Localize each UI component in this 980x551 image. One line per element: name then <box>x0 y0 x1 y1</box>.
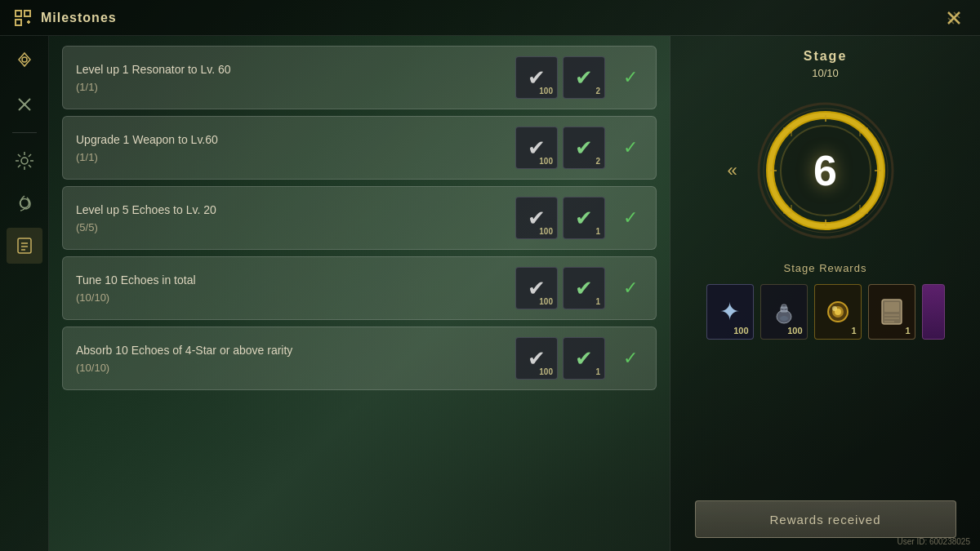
svg-line-16 <box>29 165 31 167</box>
stage-number: 6 <box>813 146 837 195</box>
svg-rect-42 <box>884 302 899 312</box>
user-id: User ID: 600238025 <box>897 537 970 546</box>
reward-item-3-1: ✔ 100 <box>515 197 558 239</box>
svg-rect-2 <box>16 20 21 25</box>
reward-item-2-2: ✔ 2 <box>563 127 605 169</box>
star-reward-count: 100 <box>733 326 748 335</box>
close-button[interactable] <box>941 5 967 31</box>
milestone-card-2: Upgrade 1 Weapon to Lv.60 (1/1) ✔ 100 ✔ … <box>62 116 657 180</box>
milestone-title-5: Absorb 10 Echoes of 4-Star or above rari… <box>76 343 502 359</box>
milestone-check-2: ✓ <box>618 137 643 158</box>
svg-rect-0 <box>16 11 21 16</box>
milestone-text-2: Upgrade 1 Weapon to Lv.60 (1/1) <box>76 132 502 164</box>
svg-point-10 <box>21 158 28 164</box>
reward-count-5-1: 100 <box>539 367 553 376</box>
svg-point-7 <box>22 57 27 62</box>
svg-line-15 <box>18 154 20 157</box>
reward-count-1-1: 100 <box>539 87 553 96</box>
milestone-text-4: Tune 10 Echoes in total (10/10) <box>76 273 502 304</box>
potion-reward-count: 100 <box>787 326 802 335</box>
milestone-text-3: Level up 5 Echoes to Lv. 20 (5/5) <box>76 202 502 234</box>
milestone-card-1: Level up 1 Resonator to Lv. 60 (1/1) ✔ 1… <box>62 46 657 109</box>
sidebar-item-4[interactable] <box>7 185 42 221</box>
reward-count-4-1: 100 <box>539 297 553 306</box>
rewards-received-button[interactable]: Rewards received <box>695 500 956 538</box>
checkmark-icon: ✔ <box>575 207 593 229</box>
checkmark-icon: ✔ <box>575 67 593 88</box>
reward-item-1-2: ✔ 2 <box>563 56 605 99</box>
right-panel: Stage 10/10 « <box>670 36 980 551</box>
milestone-rewards-5: ✔ 100 ✔ 1 <box>515 337 605 380</box>
complete-check-icon: ✓ <box>623 348 638 369</box>
content-area: Level up 1 Resonator to Lv. 60 (1/1) ✔ 1… <box>0 36 980 551</box>
stage-dial-container: « <box>744 89 907 252</box>
milestone-progress-3: (5/5) <box>76 221 502 233</box>
svg-rect-19 <box>18 238 31 253</box>
checkmark-icon: ✔ <box>575 348 593 369</box>
stage-fraction: 10/10 <box>812 67 839 79</box>
stage-reward-card: 1 <box>868 284 915 340</box>
milestone-rewards-4: ✔ 100 ✔ 1 <box>515 267 605 309</box>
sidebar-divider <box>12 132 37 133</box>
complete-check-icon: ✓ <box>623 278 638 299</box>
orb-reward-count: 1 <box>851 326 856 335</box>
sidebar <box>0 36 49 551</box>
milestone-progress-4: (10/10) <box>76 291 502 304</box>
milestone-check-3: ✓ <box>618 207 643 229</box>
page-title: Milestones <box>41 11 117 25</box>
reward-count-3-1: 100 <box>539 227 553 236</box>
sidebar-item-milestones[interactable] <box>7 228 42 264</box>
checkmark-icon: ✔ <box>528 348 546 369</box>
reward-count-3-2: 1 <box>595 227 600 236</box>
reward-item-2-1: ✔ 100 <box>515 127 558 169</box>
star-reward-icon: ✦ <box>719 300 740 324</box>
milestone-card-4: Tune 10 Echoes in total (10/10) ✔ 100 ✔ … <box>62 256 657 320</box>
sidebar-item-1[interactable] <box>7 44 42 80</box>
sidebar-item-2[interactable] <box>7 87 42 122</box>
reward-item-5-1: ✔ 100 <box>515 337 558 380</box>
milestone-progress-1: (1/1) <box>76 81 502 93</box>
svg-line-17 <box>29 154 31 157</box>
checkmark-icon: ✔ <box>575 278 593 299</box>
checkmark-icon: ✔ <box>528 207 546 229</box>
top-bar: Milestones <box>0 0 980 36</box>
milestone-check-1: ✓ <box>618 67 643 88</box>
svg-point-40 <box>835 309 841 315</box>
sidebar-item-3[interactable] <box>7 143 42 179</box>
complete-check-icon: ✓ <box>623 67 638 88</box>
reward-count-2-2: 2 <box>595 157 600 166</box>
reward-count-2-1: 100 <box>539 157 553 166</box>
reward-count-1-2: 2 <box>595 87 600 96</box>
reward-item-1-1: ✔ 100 <box>515 56 558 99</box>
milestone-rewards-3: ✔ 100 ✔ 1 <box>515 197 605 239</box>
reward-count-4-2: 1 <box>595 297 600 306</box>
checkmark-icon: ✔ <box>528 67 546 88</box>
rewards-received-label: Rewards received <box>769 513 880 527</box>
milestone-rewards-2: ✔ 100 ✔ 2 <box>515 127 605 169</box>
milestone-check-5: ✓ <box>618 348 643 369</box>
back-arrow-button[interactable]: « <box>728 160 737 181</box>
milestone-title-2: Upgrade 1 Weapon to Lv.60 <box>76 132 502 149</box>
milestone-title-3: Level up 5 Echoes to Lv. 20 <box>76 202 502 219</box>
card-icon <box>880 298 904 326</box>
reward-item-3-2: ✔ 1 <box>563 197 605 239</box>
milestone-text-5: Absorb 10 Echoes of 4-Star or above rari… <box>76 343 502 375</box>
milestone-card-5: Absorb 10 Echoes of 4-Star or above rari… <box>62 327 657 390</box>
milestone-text-1: Level up 1 Resonator to Lv. 60 (1/1) <box>76 62 502 94</box>
reward-count-5-2: 1 <box>595 367 600 376</box>
stage-reward-star: ✦ 100 <box>706 284 754 340</box>
stage-label: Stage <box>804 49 848 64</box>
milestone-card-3: Level up 5 Echoes to Lv. 20 (5/5) ✔ 100 … <box>62 186 657 250</box>
svg-rect-1 <box>24 11 30 16</box>
checkmark-icon: ✔ <box>528 278 546 299</box>
stage-reward-orb: 1 <box>814 284 862 340</box>
potion-icon <box>771 299 797 325</box>
milestone-title-1: Level up 1 Resonator to Lv. 60 <box>76 62 502 78</box>
complete-check-icon: ✓ <box>623 137 638 158</box>
milestone-check-4: ✓ <box>618 278 643 299</box>
checkmark-icon: ✔ <box>528 137 546 158</box>
checkmark-icon: ✔ <box>575 137 593 158</box>
complete-check-icon: ✓ <box>623 207 638 229</box>
milestones-icon <box>13 8 33 28</box>
svg-rect-35 <box>782 304 786 309</box>
